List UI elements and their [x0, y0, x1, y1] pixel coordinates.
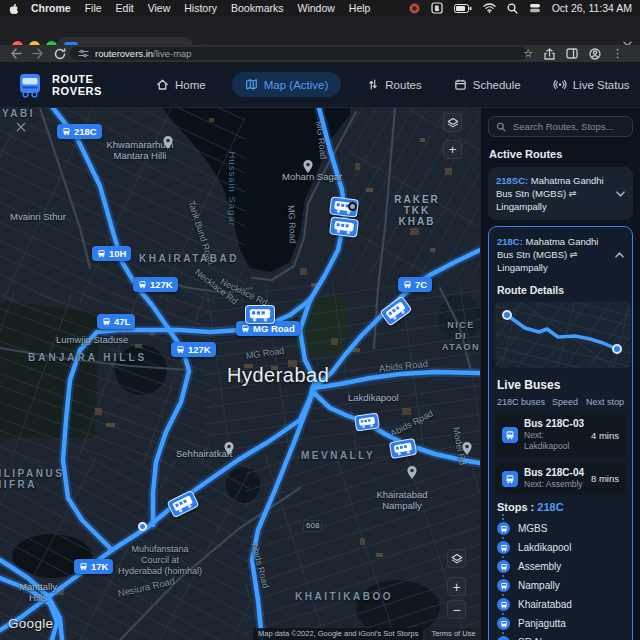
- wifi-icon[interactable]: [483, 3, 496, 13]
- chevron-down-icon[interactable]: [616, 191, 625, 197]
- spotlight-icon[interactable]: [507, 3, 518, 14]
- route-badge-17k[interactable]: 17K: [74, 559, 113, 574]
- live-bus-row[interactable]: Bus 218C-04Next: Assembly 8 mins: [495, 462, 626, 495]
- live-bus-marker[interactable]: [329, 216, 359, 237]
- back-button[interactable]: [10, 48, 22, 59]
- map-label-hyderabad: Hyderabad: [227, 364, 329, 387]
- map-overlay-icon[interactable]: [12, 118, 29, 135]
- map-pin-icon: [462, 442, 472, 455]
- bus-name: Bus 218C-03: [524, 418, 591, 430]
- stop-item-nampally[interactable]: Nampally: [495, 576, 626, 595]
- app-logo[interactable]: ROUTEROVERS: [16, 71, 102, 99]
- map-label-mevnally: MEVNALLY: [301, 450, 375, 461]
- live-bus-row[interactable]: Bus 218C-03Next: Lakdikapool 4 mins: [495, 413, 626, 457]
- zoom-in-button[interactable]: +: [447, 577, 466, 596]
- toolbar-actions: ☆ ⋮: [523, 45, 634, 62]
- nav-schedule[interactable]: Schedule: [454, 78, 521, 91]
- route-badge-7c[interactable]: 7C: [398, 277, 432, 292]
- stop-item-mgbs[interactable]: MGBS: [495, 519, 626, 538]
- menu-view[interactable]: View: [148, 2, 171, 14]
- control-center-icon[interactable]: [529, 3, 541, 13]
- map-label-hussain-sagar: Hussain Sagar: [227, 152, 238, 227]
- reload-button[interactable]: [54, 48, 66, 60]
- map-label-khairatabad-nampally: KhairatabadNampally: [372, 489, 432, 511]
- stop-item-lakdikapool[interactable]: Lakdikapool: [495, 538, 626, 557]
- bookmark-star-icon[interactable]: ☆: [523, 47, 533, 60]
- map-pin-icon: [303, 160, 313, 173]
- map-label-nice: NICE DIATAON: [440, 320, 480, 353]
- share-icon[interactable]: [544, 48, 555, 60]
- live-buses-columns: 218C buses Speed Next stop: [497, 397, 624, 407]
- nav-routes[interactable]: Routes: [367, 78, 421, 91]
- bus-stop-icon: [497, 636, 510, 640]
- map-label-lakdikapool: Lakdikapool: [348, 392, 399, 403]
- macos-menu-bar: Chrome File Edit View History Bookmarks …: [0, 0, 640, 16]
- bus-next-stop: Next: Lakdikapool: [524, 430, 591, 452]
- menu-clock[interactable]: Oct 26, 11:34 AM: [552, 2, 632, 14]
- app-navbar: ROUTEROVERS Home Map (Active) Routes Sch…: [0, 62, 640, 108]
- browser-menu-icon[interactable]: ⋮: [612, 47, 623, 60]
- apple-icon[interactable]: [8, 2, 19, 15]
- menu-help[interactable]: Help: [349, 2, 371, 14]
- map-canvas[interactable]: YABI KhwamararhumMantara Hilli Hussain S…: [0, 108, 480, 640]
- route-badge-127k-1[interactable]: 127K: [133, 277, 178, 292]
- route-details-minimap[interactable]: [495, 302, 631, 368]
- menu-edit[interactable]: Edit: [116, 2, 134, 14]
- layers-button-bottom[interactable]: [447, 549, 466, 568]
- route-badge-218c[interactable]: 218C: [57, 124, 102, 139]
- map-icon: [245, 78, 258, 91]
- chevron-up-icon[interactable]: [615, 252, 624, 258]
- attribution-text: Map data ©2022, Google and iGoni's Sot S…: [253, 628, 423, 640]
- menu-window[interactable]: Window: [297, 2, 334, 14]
- url-host: routerovers.in: [95, 48, 153, 59]
- route-badge-47l[interactable]: 47L: [97, 314, 135, 329]
- stop-item-khairatabad[interactable]: Khairatabad: [495, 595, 626, 614]
- nav-live-status[interactable]: Live Status: [553, 78, 630, 91]
- route-badge-127k-2[interactable]: 127K: [171, 342, 216, 357]
- nav-home[interactable]: Home: [156, 78, 206, 91]
- layers-button[interactable]: [443, 113, 462, 132]
- brand-line-1: ROUTE: [52, 73, 94, 85]
- buses-subtitle: 218C buses: [497, 397, 552, 407]
- menu-bookmarks[interactable]: Bookmarks: [231, 2, 284, 14]
- extension-icon[interactable]: [431, 2, 443, 14]
- route-badge-10h[interactable]: 10H: [92, 246, 131, 261]
- poi-marker: [348, 202, 357, 211]
- profile-avatar-icon[interactable]: [589, 48, 601, 60]
- bus-stop-marker[interactable]: [138, 522, 147, 531]
- map-label-mvainri-sthur: Mvainri Sthur: [10, 211, 66, 222]
- stop-item-panjagutta[interactable]: Panjagutta: [495, 614, 626, 633]
- bus-icon: [502, 471, 518, 487]
- menu-history[interactable]: History: [184, 2, 217, 14]
- route-card-header[interactable]: 218C: Mahatma Gandhi Bus Stn (MGBS) ⇌ Li…: [495, 234, 626, 282]
- sidebar-search[interactable]: [488, 116, 633, 137]
- chrome-status-icon[interactable]: [409, 3, 420, 14]
- live-buses-title: Live Buses: [497, 378, 624, 392]
- bus-name: Bus 218C-04: [524, 467, 584, 479]
- address-bar[interactable]: routerovers.in/live-map: [70, 47, 527, 60]
- sidebar-panel: Active Routes 218SC: Mahatma Gandhi Bus …: [480, 108, 640, 640]
- nav-map-active[interactable]: Map (Active): [232, 72, 342, 97]
- menu-app-name[interactable]: Chrome: [31, 2, 71, 14]
- terms-link[interactable]: Terms of Use: [425, 628, 480, 640]
- stop-item-sr-nagar[interactable]: SR Nagar: [495, 633, 626, 640]
- browser-tab-strip: Route Rovers × +: [0, 16, 640, 45]
- live-bus-marker[interactable]: [354, 412, 380, 431]
- menu-file[interactable]: File: [85, 2, 102, 14]
- stops-route-code: 218C: [537, 501, 563, 513]
- route-card-expanded[interactable]: 218C: Mahatma Gandhi Bus Stn (MGBS) ⇌ Li…: [488, 226, 633, 640]
- zoom-out-button[interactable]: −: [447, 600, 466, 619]
- map-label-staduse: Lumwjig Staduse: [56, 334, 128, 345]
- map-attribution: Map data ©2022, Google and iGoni's Sot S…: [253, 628, 480, 640]
- live-bus-marker[interactable]: [245, 305, 275, 324]
- bus-logo-icon: [16, 71, 44, 99]
- route-card-collapsed[interactable]: 218SC: Mahatma Gandhi Bus Stn (MGBS) ⇌ L…: [488, 167, 633, 220]
- search-input[interactable]: [511, 120, 621, 133]
- side-panel-icon[interactable]: [566, 48, 578, 59]
- site-settings-icon[interactable]: [78, 49, 89, 58]
- map-pin-icon: [224, 442, 234, 455]
- stop-item-assembly[interactable]: Assembly: [495, 557, 626, 576]
- map-shield-608: 608: [303, 520, 322, 532]
- forward-button[interactable]: [32, 48, 44, 59]
- map-add-button[interactable]: +: [443, 140, 462, 159]
